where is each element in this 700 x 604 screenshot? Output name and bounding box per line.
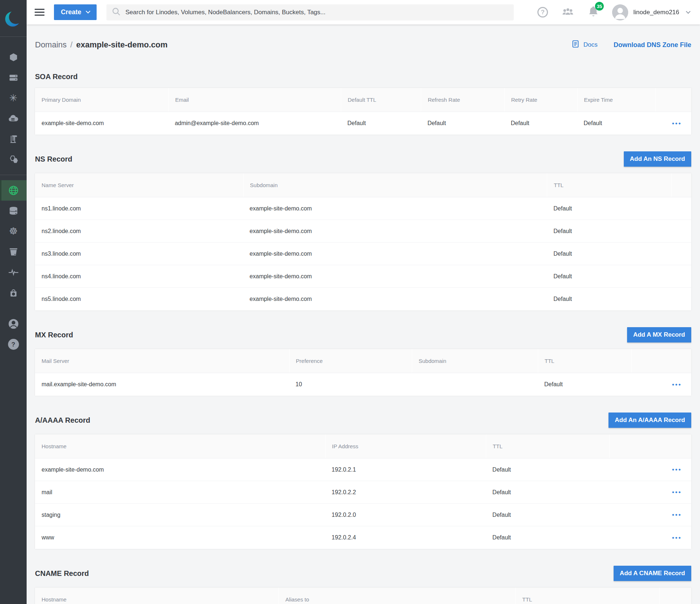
cell-expire-time: Default <box>577 120 655 127</box>
notifications-bell-icon[interactable]: 35 <box>588 5 599 19</box>
sidebar-item-nodebalancers[interactable]: ✳ <box>0 88 27 108</box>
table-header-row: Hostname Aliases to TTL <box>35 588 691 604</box>
cell-hostname: www <box>35 534 325 541</box>
docs-link[interactable]: Docs <box>571 40 598 50</box>
column-header: TTL <box>516 588 659 604</box>
sidebar-item-images[interactable] <box>0 149 27 170</box>
domains-globe-icon <box>8 185 19 196</box>
cell-ip-address: 192.0.2.4 <box>325 534 486 541</box>
a-aaaa-section-header: A/AAAA Record Add An A/AAAA Record <box>35 412 691 429</box>
mx-table: Mail Server Preference Subdomain TTL mai… <box>35 349 691 396</box>
column-header: Hostname <box>35 434 325 458</box>
table-header-row: Primary Domain Email Default TTL Refresh… <box>35 88 691 112</box>
sidebar-item-domains[interactable] <box>0 180 27 201</box>
cell-subdomain: example-site-demo.com <box>243 251 547 257</box>
column-header-actions <box>655 88 691 112</box>
cell-ttl: Default <box>486 466 609 473</box>
cell-ttl: Default <box>486 534 609 541</box>
a-aaaa-table: Hostname IP Address TTL example-site-dem… <box>35 434 691 549</box>
sidebar-item-stackscripts[interactable] <box>0 129 27 149</box>
row-actions-button[interactable]: ••• <box>672 382 682 388</box>
cell-email: admin@example-site-demo.com <box>168 120 341 127</box>
table-row: ns4.linode.com example-site-demo.com Def… <box>35 265 691 288</box>
cell-default-ttl: Default <box>341 120 421 127</box>
table-row: example-site-demo.com admin@example-site… <box>35 112 691 135</box>
sidebar-item-longview[interactable] <box>0 262 27 282</box>
row-actions-button[interactable]: ••• <box>672 120 682 127</box>
cell-ttl: Default <box>486 489 609 496</box>
create-button[interactable]: Create <box>54 4 97 20</box>
page-title: example-site-demo.com <box>76 40 168 50</box>
chevron-down-icon <box>686 9 691 14</box>
sidebar-item-volumes[interactable] <box>0 67 27 88</box>
row-actions-button[interactable]: ••• <box>672 489 682 495</box>
notification-badge: 35 <box>595 2 604 11</box>
column-header-actions <box>631 349 691 373</box>
table-row: ns3.linode.com example-site-demo.com Def… <box>35 243 691 265</box>
sidebar-item-linodes[interactable] <box>0 47 27 67</box>
column-header: Mail Server <box>35 349 289 373</box>
add-mx-record-button[interactable]: Add A MX Record <box>627 327 691 342</box>
sidebar-item-kubernetes[interactable]: ☸ <box>0 221 27 241</box>
column-header: Primary Domain <box>35 88 168 112</box>
cell-name-server: ns4.linode.com <box>35 273 243 280</box>
section-title-soa: SOA Record <box>35 73 78 81</box>
section-title-a-aaaa: A/AAAA Record <box>35 416 90 425</box>
column-header: Subdomain <box>412 349 538 373</box>
table-row: staging 192.0.2.0 Default ••• <box>35 504 691 526</box>
section-title-ns: NS Record <box>35 155 72 163</box>
sidebar-item-account[interactable] <box>0 314 27 334</box>
table-row: mail.example-site-demo.com 10 Default ••… <box>35 373 691 396</box>
add-a-aaaa-record-button[interactable]: Add An A/AAAA Record <box>608 413 691 428</box>
search-icon <box>112 7 121 18</box>
nodebalancers-icon: ✳ <box>9 93 18 103</box>
table-row: ns5.linode.com example-site-demo.com Def… <box>35 288 691 310</box>
cell-ip-address: 192.0.2.2 <box>325 489 486 496</box>
cell-subdomain: example-site-demo.com <box>243 205 547 212</box>
column-header: TTL <box>547 173 672 197</box>
row-actions-button[interactable]: ••• <box>672 535 682 541</box>
user-menu[interactable]: linode_demo216 <box>612 4 689 20</box>
column-header: Hostname <box>35 588 279 604</box>
breadcrumb-domains-link[interactable]: Domains <box>35 40 67 50</box>
community-icon[interactable] <box>561 6 575 19</box>
column-header: Subdomain <box>243 173 547 197</box>
row-actions-button[interactable]: ••• <box>672 512 682 518</box>
add-ns-record-button[interactable]: Add An NS Record <box>624 151 691 167</box>
sidebar-item-object-storage[interactable] <box>0 241 27 262</box>
help-icon[interactable]: ? <box>537 7 548 18</box>
docs-icon <box>571 40 580 50</box>
databases-icon <box>8 206 19 216</box>
column-header: Expire Time <box>577 88 655 112</box>
sidebar-item-managed[interactable] <box>0 282 27 303</box>
sidebar-item-databases[interactable] <box>0 201 27 221</box>
search-input[interactable] <box>125 9 508 16</box>
add-cname-record-button[interactable]: Add A CNAME Record <box>614 566 691 581</box>
hamburger-menu-icon[interactable] <box>35 7 44 18</box>
cell-ttl: Default <box>538 381 631 388</box>
cell-refresh-rate: Default <box>421 120 504 127</box>
cell-ttl: Default <box>547 273 672 280</box>
section-title-mx: MX Record <box>35 331 73 339</box>
table-row: www 192.0.2.4 Default ••• <box>35 526 691 549</box>
download-dns-zone-file-link[interactable]: Download DNS Zone File <box>614 41 691 49</box>
cell-ttl: Default <box>547 251 672 257</box>
username: linode_demo216 <box>633 9 679 16</box>
row-actions-button[interactable]: ••• <box>672 466 682 473</box>
linode-logo[interactable] <box>0 0 27 36</box>
table-row: ns2.linode.com example-site-demo.com Def… <box>35 220 691 243</box>
cell-primary-domain: example-site-demo.com <box>35 120 168 127</box>
section-title-cname: CNAME Record <box>35 569 89 578</box>
sidebar-item-oneclick-apps[interactable] <box>0 108 27 129</box>
breadcrumb: Domains / example-site-demo.com Docs Dow… <box>35 38 691 52</box>
sidebar-item-help[interactable]: ? <box>0 334 27 355</box>
oneclick-apps-icon <box>8 114 19 123</box>
column-header: Email <box>168 88 341 112</box>
cell-name-server: ns1.linode.com <box>35 205 243 212</box>
column-header-actions <box>659 588 691 604</box>
images-icon <box>8 155 19 164</box>
column-header: TTL <box>486 434 609 458</box>
cell-subdomain: example-site-demo.com <box>243 273 547 280</box>
column-header: Retry Rate <box>504 88 577 112</box>
longview-pulse-icon <box>8 268 19 276</box>
